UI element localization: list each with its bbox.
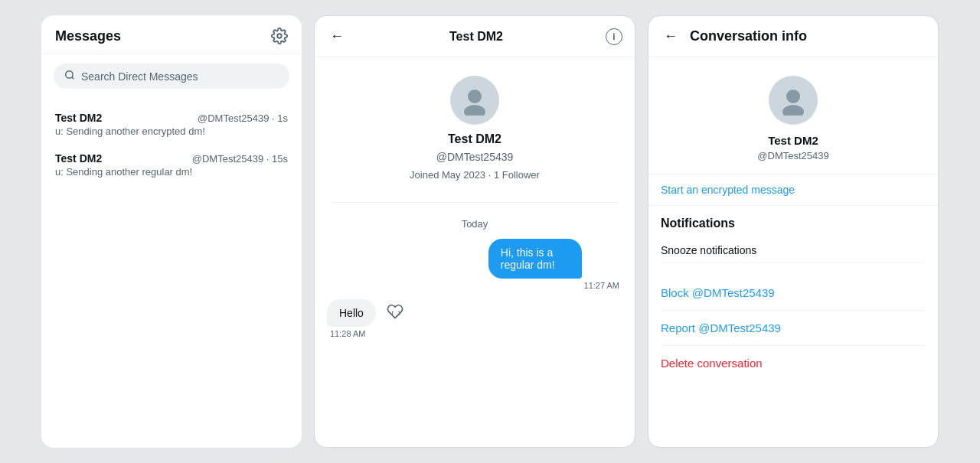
block-action[interactable]: Block @DMTest25439: [661, 276, 926, 311]
reaction-icon[interactable]: [387, 303, 403, 324]
search-icon: [64, 70, 75, 83]
message-wrapper: Hello 11:28 AM: [327, 299, 403, 338]
search-bar[interactable]: Search Direct Messages: [54, 64, 289, 89]
conversation-info-panel: ← Conversation info Test DM2 @DMTest2543…: [648, 15, 939, 448]
bubble-outgoing: Hi, this is a regular dm!: [488, 239, 583, 279]
messages-area: Hi, this is a regular dm! 11:27 AM Hello: [315, 239, 635, 351]
dm-item-meta: @DMTest25439 · 15s: [192, 153, 288, 165]
search-placeholder: Search Direct Messages: [81, 70, 198, 83]
message-wrapper: Hi, this is a regular dm! 11:27 AM: [488, 239, 622, 290]
dm-item-preview: u: Sending another regular dm!: [55, 166, 288, 178]
app-container: Messages Search Direct Messages Test DM2: [0, 0, 980, 463]
right-username: Test DM2: [768, 134, 818, 147]
notifications-title: Notifications: [661, 217, 926, 230]
messages-title: Messages: [55, 28, 121, 44]
svg-point-5: [786, 90, 800, 103]
svg-point-3: [468, 90, 482, 103]
svg-point-0: [277, 34, 282, 38]
encrypted-message-link[interactable]: Start an encrypted message: [648, 174, 938, 206]
notifications-section: Notifications Snooze notifications: [648, 206, 938, 263]
chat-date-label: Today: [462, 218, 488, 230]
messages-panel: Messages Search Direct Messages Test DM2: [41, 15, 302, 448]
snooze-notifications[interactable]: Snooze notifications: [661, 238, 926, 263]
list-item[interactable]: Test DM2 @DMTest25439 · 15s u: Sending a…: [41, 145, 302, 185]
delete-action[interactable]: Delete conversation: [661, 346, 926, 380]
chat-panel: ← Test DM2 i Test DM2 @DMTest25439 Joine…: [314, 15, 635, 448]
right-handle: @DMTest25439: [757, 150, 828, 161]
message-time: 11:28 AM: [327, 329, 403, 338]
info-icon: i: [612, 31, 615, 42]
svg-line-2: [72, 77, 74, 80]
chat-username: Test DM2: [448, 132, 501, 146]
message-row-incoming: Hello 11:28 AM: [327, 299, 622, 338]
messages-header: Messages: [41, 15, 302, 54]
conversation-info-header: ← Conversation info: [648, 16, 938, 57]
avatar: [450, 76, 499, 125]
back-button[interactable]: ←: [327, 25, 347, 47]
info-button[interactable]: i: [606, 28, 622, 45]
conversation-info-title: Conversation info: [690, 28, 807, 44]
chat-title: Test DM2: [347, 30, 606, 44]
chat-divider: [331, 202, 619, 203]
chat-body: Test DM2 @DMTest25439 Joined May 2023 · …: [315, 57, 635, 447]
dm-item-meta: @DMTest25439 · 1s: [198, 112, 288, 124]
dm-list: Test DM2 @DMTest25439 · 1s u: Sending an…: [41, 98, 302, 191]
svg-point-4: [464, 105, 485, 116]
chat-joined: Joined May 2023 · 1 Follower: [410, 169, 540, 181]
back-button-right[interactable]: ←: [661, 25, 681, 47]
chat-header: ← Test DM2 i: [315, 16, 635, 57]
svg-point-1: [66, 71, 73, 78]
message-time: 11:27 AM: [488, 281, 622, 290]
dm-item-preview: u: Sending another encrypted dm!: [55, 126, 288, 137]
dm-item-name: Test DM2: [55, 112, 102, 124]
message-row-outgoing: Hi, this is a regular dm! 11:27 AM: [327, 239, 622, 290]
chat-user-info: Test DM2 @DMTest25439 Joined May 2023 · …: [397, 57, 552, 193]
chat-handle: @DMTest25439: [436, 151, 514, 163]
avatar: [769, 76, 818, 125]
settings-icon[interactable]: [271, 28, 288, 44]
report-action[interactable]: Report @DMTest25439: [661, 311, 926, 346]
list-item[interactable]: Test DM2 @DMTest25439 · 1s u: Sending an…: [41, 104, 302, 145]
right-user-section: Test DM2 @DMTest25439: [648, 57, 938, 174]
bubble-incoming: Hello: [327, 299, 376, 327]
dm-item-name: Test DM2: [55, 152, 102, 165]
svg-point-6: [782, 105, 804, 116]
right-actions: Block @DMTest25439 Report @DMTest25439 D…: [648, 263, 938, 393]
